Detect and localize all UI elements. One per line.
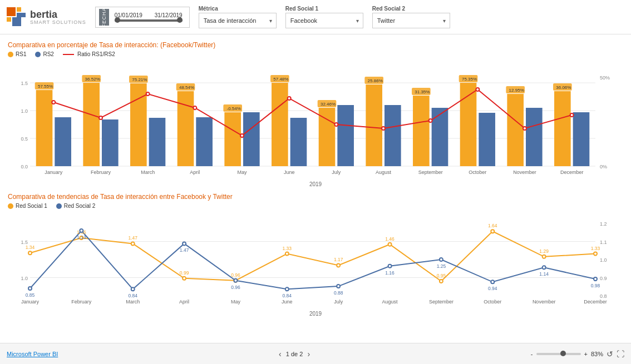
svg-text:March: March xyxy=(126,299,140,305)
rs2-filter: Red Social 2 Twitter xyxy=(372,6,450,28)
svg-text:1.47: 1.47 xyxy=(128,235,137,241)
svg-text:January: January xyxy=(45,169,63,175)
svg-text:0.84: 0.84 xyxy=(283,293,292,298)
svg-text:September: September xyxy=(418,169,443,175)
svg-text:December: December xyxy=(584,299,607,305)
fecha-label: FECHA xyxy=(99,9,109,26)
svg-rect-61 xyxy=(479,113,495,166)
page-nav: ‹ 1 de 2 › xyxy=(279,350,310,358)
svg-point-132 xyxy=(388,243,392,246)
svg-point-76 xyxy=(52,101,55,104)
legend-rs1-2: Red Social 1 xyxy=(8,203,47,209)
legend-rs1-2-label: Red Social 1 xyxy=(16,203,47,209)
svg-text:2019: 2019 xyxy=(309,311,322,317)
svg-text:36.06%: 36.06% xyxy=(556,85,571,90)
rs1-filter: Red Social 1 Facebook xyxy=(285,6,363,28)
svg-point-134 xyxy=(388,265,392,268)
svg-point-144 xyxy=(491,280,494,283)
prev-page-button[interactable]: ‹ xyxy=(279,350,282,358)
date-slider[interactable] xyxy=(115,19,183,22)
svg-text:0.84: 0.84 xyxy=(128,293,137,298)
svg-point-114 xyxy=(183,242,186,245)
svg-point-122 xyxy=(285,252,289,256)
svg-text:November: November xyxy=(533,299,556,305)
svg-point-147 xyxy=(543,255,546,258)
svg-point-107 xyxy=(131,242,135,245)
legend-rs2-2-dot xyxy=(56,203,62,209)
svg-point-127 xyxy=(337,263,340,267)
svg-text:0.88: 0.88 xyxy=(334,290,343,296)
svg-rect-50 xyxy=(366,84,382,166)
svg-point-87 xyxy=(570,113,574,117)
svg-text:1.34: 1.34 xyxy=(26,245,35,250)
svg-rect-1 xyxy=(17,7,21,12)
svg-point-142 xyxy=(491,230,494,233)
svg-text:1.47: 1.47 xyxy=(180,247,189,253)
svg-rect-66 xyxy=(526,108,543,166)
svg-point-79 xyxy=(193,106,196,109)
svg-rect-21 xyxy=(102,119,119,166)
svg-rect-41 xyxy=(290,118,307,166)
svg-point-152 xyxy=(594,252,597,256)
svg-text:-0.54%: -0.54% xyxy=(227,106,241,111)
chart2-svg: 1.01.50.80.91.01.11.21.340.85January1.55… xyxy=(8,212,623,318)
rs2-label: Red Social 2 xyxy=(372,6,450,12)
svg-text:36.52%: 36.52% xyxy=(85,77,100,82)
export-icon[interactable]: ↺ xyxy=(607,350,613,358)
svg-rect-36 xyxy=(243,112,260,166)
svg-text:1.25: 1.25 xyxy=(437,263,446,269)
svg-point-129 xyxy=(337,285,340,288)
svg-text:31.35%: 31.35% xyxy=(415,89,430,94)
svg-text:0.96: 0.96 xyxy=(231,272,240,278)
zoom-minus[interactable]: - xyxy=(531,351,533,357)
fullscreen-icon[interactable]: ⛶ xyxy=(617,350,624,358)
svg-rect-2 xyxy=(17,13,26,17)
zoom-slider[interactable] xyxy=(536,353,581,355)
svg-text:August: August xyxy=(376,169,392,175)
svg-text:June: June xyxy=(284,169,295,175)
svg-text:1.2: 1.2 xyxy=(600,221,607,227)
svg-text:February: February xyxy=(91,169,111,175)
svg-text:0.98: 0.98 xyxy=(591,283,600,288)
svg-text:1.5: 1.5 xyxy=(21,81,28,86)
next-page-button[interactable]: › xyxy=(307,350,310,358)
svg-rect-4 xyxy=(12,17,21,26)
logo: bertia SMART SOLUTIONS xyxy=(7,7,86,27)
legend-rs1-2-dot xyxy=(8,203,13,209)
metrica-select[interactable]: Tasa de interacción xyxy=(199,13,277,28)
svg-text:October: October xyxy=(469,169,486,175)
svg-text:June: June xyxy=(282,299,293,305)
svg-text:0.0: 0.0 xyxy=(21,164,28,169)
metrica-filter: Métrica Tasa de interacción xyxy=(199,6,277,28)
svg-text:57.48%: 57.48% xyxy=(273,77,288,82)
rs1-label: Red Social 1 xyxy=(285,6,363,12)
svg-point-119 xyxy=(234,279,237,282)
svg-text:75.21%: 75.21% xyxy=(132,77,147,82)
svg-point-80 xyxy=(240,134,244,137)
svg-text:August: August xyxy=(382,299,398,305)
rs2-select[interactable]: Twitter xyxy=(372,13,450,28)
svg-point-85 xyxy=(476,88,479,91)
bottom-bar: Microsoft Power BI ‹ 1 de 2 › - + 83% ↺ … xyxy=(0,343,631,364)
svg-text:0.99: 0.99 xyxy=(180,270,189,276)
svg-point-81 xyxy=(288,97,291,100)
svg-text:May: May xyxy=(237,169,247,175)
svg-point-139 xyxy=(440,258,443,261)
legend-rs1-dot xyxy=(8,52,13,57)
powerbi-link[interactable]: Microsoft Power BI xyxy=(7,351,58,357)
rs1-select[interactable]: Facebook xyxy=(285,13,363,28)
svg-rect-3 xyxy=(7,17,11,22)
svg-point-109 xyxy=(131,287,135,291)
zoom-plus[interactable]: + xyxy=(584,351,588,357)
svg-point-82 xyxy=(334,123,338,126)
svg-text:48.54%: 48.54% xyxy=(179,85,194,90)
svg-text:0.96: 0.96 xyxy=(231,285,240,290)
svg-rect-65 xyxy=(507,94,524,166)
svg-text:January: January xyxy=(21,299,40,305)
chart2-container: 1.01.50.80.91.01.11.21.340.85January1.55… xyxy=(8,212,623,319)
chart2-legend: Red Social 1 Red Social 2 xyxy=(8,203,623,209)
legend-rs2-dot xyxy=(35,52,41,57)
legend-ratio-label: Ratio RS1/RS2 xyxy=(77,51,115,57)
svg-text:57.55%: 57.55% xyxy=(38,84,53,89)
zoom-controls: - + 83% ↺ ⛶ xyxy=(531,350,624,358)
